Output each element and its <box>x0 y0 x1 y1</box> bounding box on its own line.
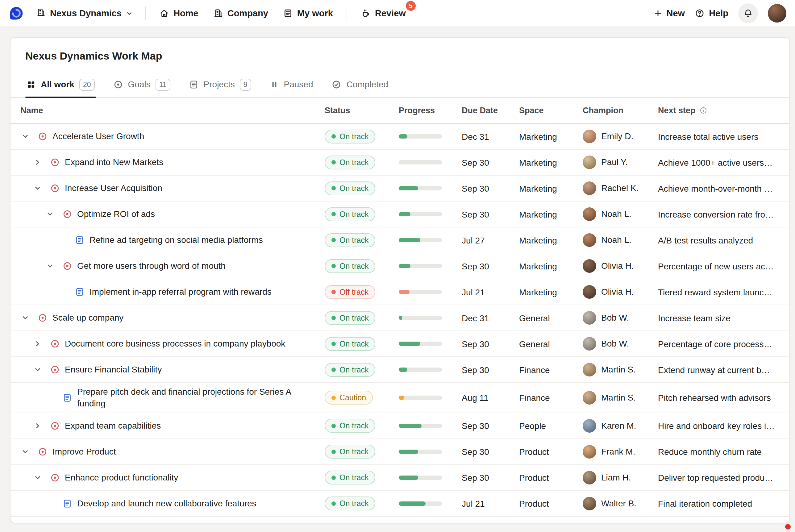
progress-fill <box>399 212 411 216</box>
status-dot-icon <box>332 212 336 216</box>
chevron-down-icon[interactable] <box>19 445 32 458</box>
nav-company[interactable]: Company <box>207 5 275 22</box>
progress-cell <box>399 476 462 480</box>
goal-icon <box>50 421 60 431</box>
row-name[interactable]: Develop and launch new collaborative fea… <box>77 498 257 510</box>
tab-goals[interactable]: Goals11 <box>112 72 172 97</box>
help-button[interactable]: Help <box>695 8 728 19</box>
table-row[interactable]: Increase User AcquisitionOn trackSep 30M… <box>11 176 790 202</box>
org-name: Nexus Dynamics <box>50 8 121 19</box>
row-name[interactable]: Expand team capabilities <box>65 420 161 432</box>
info-icon[interactable] <box>699 107 707 114</box>
champion-name: Olivia H. <box>601 261 634 271</box>
row-name[interactable]: Document core business processes in comp… <box>65 338 285 349</box>
table-row[interactable]: Refine ad targeting on social media plat… <box>11 227 790 253</box>
space-cell: Marketing <box>519 234 583 246</box>
tab-projects[interactable]: Projects9 <box>188 72 252 97</box>
name-cell: Scale up company <box>11 309 325 327</box>
progress-cell <box>399 501 462 506</box>
tab-completed[interactable]: Completed <box>330 72 389 97</box>
due-date-cell: Sep 30 <box>462 364 519 376</box>
progress-fill <box>399 134 408 138</box>
tab-paused[interactable]: Paused <box>268 72 315 97</box>
table-row[interactable]: Enhance product functionalityOn trackSep… <box>11 465 790 491</box>
table-row[interactable]: Implement in-app referral program with r… <box>11 279 790 305</box>
new-button[interactable]: New <box>654 8 685 19</box>
chevron-right-icon[interactable] <box>32 156 44 169</box>
row-name[interactable]: Refine ad targeting on social media plat… <box>90 234 263 246</box>
table-row[interactable]: Prepare pitch deck and financial project… <box>11 383 790 413</box>
status-badge: On track <box>325 419 375 433</box>
nav-my-work[interactable]: My work <box>277 5 339 22</box>
column-label: Name <box>20 106 43 115</box>
chevron-down-icon[interactable] <box>19 130 32 142</box>
progress-bar <box>399 290 442 294</box>
chevron-down-icon[interactable] <box>44 260 56 272</box>
app-logo-icon[interactable] <box>8 5 24 21</box>
champion-cell: Liam H. <box>583 471 658 484</box>
status-label: On track <box>340 262 368 271</box>
notifications-button[interactable] <box>738 3 758 23</box>
champion-name: Martin S. <box>601 365 636 375</box>
table-row[interactable]: Improve ProductOn trackSep 30ProductFran… <box>11 439 790 465</box>
chevron-down-icon[interactable] <box>32 363 44 376</box>
chevron-down-icon[interactable] <box>44 208 56 220</box>
table-row[interactable]: Scale up companyOn trackDec 31GeneralBob… <box>11 305 790 331</box>
avatar <box>583 363 596 377</box>
plus-icon <box>654 9 662 18</box>
project-icon <box>75 235 84 245</box>
status-label: On track <box>340 210 368 219</box>
table-row[interactable]: Ensure Financial StabilityOn trackSep 30… <box>11 357 790 383</box>
row-name[interactable]: Expand into New Markets <box>65 156 163 168</box>
row-name[interactable]: Increase User Acquisition <box>65 183 162 194</box>
due-date: Jul 21 <box>462 499 485 509</box>
progress-bar <box>399 396 442 400</box>
row-name[interactable]: Accelerate User Growth <box>53 131 144 142</box>
goal-icon <box>50 473 60 482</box>
progress-fill <box>399 264 411 268</box>
row-name[interactable]: Get more users through word of mouth <box>77 260 226 272</box>
project-icon <box>189 80 199 90</box>
row-name[interactable]: Ensure Financial Stability <box>65 364 162 376</box>
nav-home[interactable]: Home <box>153 5 205 22</box>
row-name[interactable]: Prepare pitch deck and financial project… <box>77 386 317 410</box>
tab-all-work[interactable]: All work20 <box>25 72 96 97</box>
due-date-cell: Sep 30 <box>462 338 519 349</box>
org-switcher[interactable]: Nexus Dynamics <box>32 4 138 23</box>
table-row[interactable]: Develop and launch new collaborative fea… <box>11 491 790 517</box>
next-step: Achieve 1000+ active users… <box>658 158 783 168</box>
space-name: Marketing <box>519 236 557 245</box>
table-row[interactable]: Optimize ROI of adsOn trackSep 30Marketi… <box>11 202 790 227</box>
status-label: On track <box>340 184 368 193</box>
chevron-down-icon[interactable] <box>19 312 32 324</box>
champion-cell: Paul Y. <box>583 155 658 169</box>
nav-review[interactable]: Review 5 <box>355 5 412 22</box>
name-cell: Implement in-app referral program with r… <box>11 283 325 301</box>
status-dot-icon <box>332 238 336 242</box>
row-name[interactable]: Implement in-app referral program with r… <box>90 286 271 298</box>
goal-icon <box>38 313 48 323</box>
row-name[interactable]: Enhance product functionality <box>65 472 178 483</box>
table-row[interactable]: Get more users through word of mouthOn t… <box>11 253 790 279</box>
user-avatar[interactable] <box>768 4 787 22</box>
space-cell: Finance <box>519 392 583 403</box>
status-badge: On track <box>325 259 375 273</box>
chevron-right-icon[interactable] <box>32 338 44 350</box>
table-row[interactable]: Accelerate User GrowthOn trackDec 31Mark… <box>11 124 790 150</box>
chevron-right-icon[interactable] <box>32 420 44 432</box>
status-label: On track <box>340 421 368 430</box>
table-row[interactable]: Expand into New MarketsOn trackSep 30Mar… <box>11 150 790 176</box>
due-date: Sep 30 <box>462 210 489 220</box>
chevron-down-icon[interactable] <box>32 472 44 484</box>
chevron-down-icon[interactable] <box>32 182 44 194</box>
column-header-due-date: Due Date <box>462 106 519 115</box>
row-name[interactable]: Scale up company <box>53 312 124 324</box>
row-name[interactable]: Optimize ROI of ads <box>77 208 155 220</box>
table-row[interactable]: Document core business processes in comp… <box>11 331 790 357</box>
row-name[interactable]: Improve Product <box>53 446 116 458</box>
next-step: Deliver top requested produ… <box>658 473 784 482</box>
next-step-cell: Hire and onboard key roles i… <box>658 420 790 431</box>
table-row[interactable]: Expand team capabilitiesOn trackSep 30Pe… <box>11 413 790 439</box>
champion-name: Martin S. <box>601 393 636 403</box>
champion-name: Paul Y. <box>601 157 628 167</box>
